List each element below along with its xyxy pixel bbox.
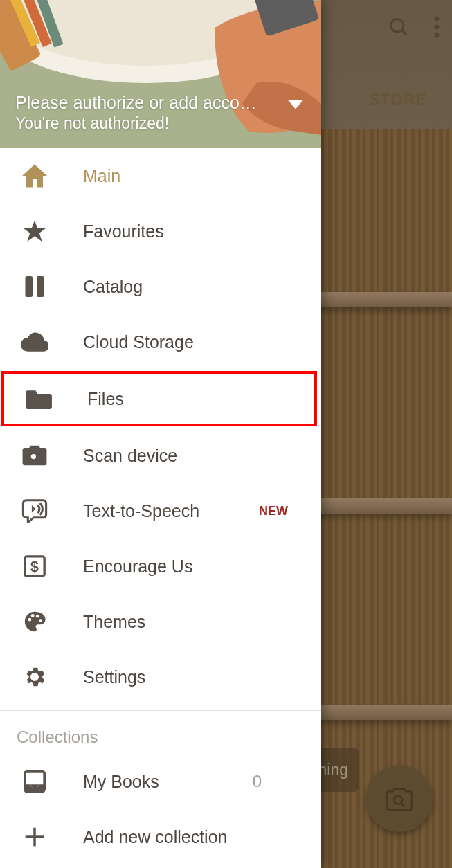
nav-item-scan-device[interactable]: Scan device: [0, 428, 321, 483]
nav-label: Settings: [83, 667, 307, 687]
inbox-icon: [19, 770, 50, 793]
collection-item-my-books[interactable]: My Books 0: [0, 754, 321, 809]
palette-icon: [19, 610, 50, 633]
nav-item-themes[interactable]: Themes: [0, 594, 321, 649]
home-icon: [19, 164, 50, 188]
nav-label: Themes: [83, 612, 307, 632]
nav-label: Cloud Storage: [83, 332, 307, 352]
svg-rect-16: [37, 276, 44, 297]
nav-label: Encourage Us: [83, 557, 307, 577]
svg-point-22: [28, 618, 32, 622]
collections-section-title: Collections: [0, 711, 321, 754]
nav-label: Favourites: [83, 221, 307, 242]
catalog-icon: [19, 274, 50, 299]
add-collection-label: Add new collection: [83, 827, 307, 847]
collection-count: 0: [253, 772, 262, 791]
nav-item-tts[interactable]: Text-to-Speech NEW: [0, 483, 321, 539]
collection-label: My Books: [83, 772, 253, 792]
nav-item-catalog[interactable]: Catalog: [0, 259, 321, 314]
nav-item-cloud-storage[interactable]: Cloud Storage: [0, 314, 321, 370]
star-icon: [19, 219, 50, 243]
dollar-icon: $: [19, 554, 50, 578]
drawer-list: Main Favourites Catalog Cloud Storage Fi: [0, 148, 321, 868]
nav-drawer: Please authorize or add acco… You're not…: [0, 0, 321, 868]
nav-item-files[interactable]: Files: [1, 371, 317, 426]
nav-label: Files: [87, 389, 300, 409]
nav-label: Main: [83, 166, 307, 186]
nav-label: Text-to-Speech: [83, 501, 259, 521]
gear-icon: [19, 664, 50, 689]
nav-item-favourites[interactable]: Favourites: [0, 204, 321, 259]
camera-search-icon: [19, 444, 50, 467]
nav-item-encourage[interactable]: $ Encourage Us: [0, 539, 321, 594]
drawer-header[interactable]: Please authorize or add acco… You're not…: [0, 0, 321, 148]
nav-label: Catalog: [83, 277, 307, 297]
cloud-icon: [19, 332, 50, 352]
drawer-header-subtitle: You're not authorized!: [15, 114, 280, 133]
drawer-header-title: Please authorize or add acco…: [15, 93, 280, 113]
nav-label: Scan device: [83, 446, 307, 466]
plus-icon: [19, 826, 50, 848]
svg-point-23: [31, 614, 35, 617]
folder-icon: [24, 388, 54, 409]
svg-point-24: [36, 615, 39, 618]
account-dropdown-icon[interactable]: [288, 100, 303, 112]
drawer-scrim[interactable]: [321, 0, 452, 868]
svg-rect-15: [26, 276, 33, 297]
add-collection-button[interactable]: Add new collection: [0, 809, 321, 865]
nav-item-main[interactable]: Main: [0, 148, 321, 204]
speech-bubble-icon: [19, 498, 50, 523]
new-badge: NEW: [259, 504, 288, 518]
nav-item-settings[interactable]: Settings: [0, 649, 321, 705]
svg-text:$: $: [30, 559, 39, 575]
svg-point-25: [39, 619, 42, 622]
